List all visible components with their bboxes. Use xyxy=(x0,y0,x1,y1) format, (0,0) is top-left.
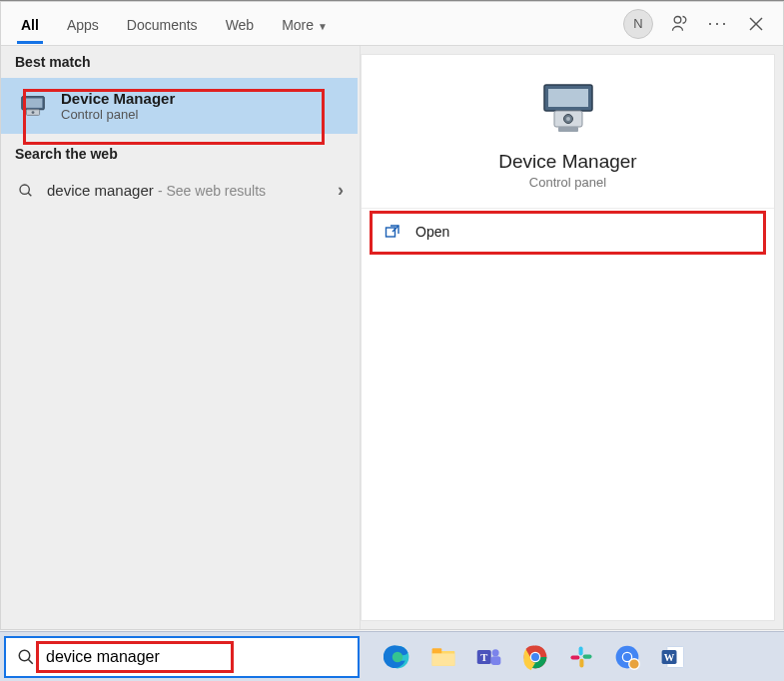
file-explorer-icon[interactable] xyxy=(423,637,463,677)
word-icon[interactable]: W xyxy=(653,637,693,677)
tab-more[interactable]: More▼ xyxy=(268,5,342,43)
best-match-title: Device Manager xyxy=(61,90,175,107)
results-panel: Best match Device Manager Control panel … xyxy=(1,46,361,629)
taskbar-apps: T W xyxy=(364,637,693,677)
close-icon[interactable] xyxy=(745,13,767,35)
tab-web[interactable]: Web xyxy=(212,5,269,43)
taskbar-search[interactable] xyxy=(4,636,360,678)
svg-rect-15 xyxy=(387,228,395,237)
slack-icon[interactable] xyxy=(561,637,601,677)
tab-apps[interactable]: Apps xyxy=(53,5,113,43)
svg-rect-4 xyxy=(24,99,43,108)
svg-point-37 xyxy=(629,658,640,669)
open-action[interactable]: Open xyxy=(362,209,774,255)
svg-rect-31 xyxy=(583,654,592,658)
search-web-result[interactable]: device manager - See web results › xyxy=(1,170,360,211)
svg-rect-32 xyxy=(579,658,583,667)
search-web-hint: - See web results xyxy=(158,183,266,199)
search-icon xyxy=(16,647,36,667)
edge-icon[interactable] xyxy=(378,637,417,677)
open-icon xyxy=(384,223,401,241)
search-web-text: device manager - See web results xyxy=(47,182,326,199)
details-title: Device Manager xyxy=(498,151,636,173)
best-match-subtitle: Control panel xyxy=(61,107,175,122)
search-icon xyxy=(17,182,35,200)
svg-point-19 xyxy=(392,651,403,662)
details-subtitle: Control panel xyxy=(529,175,606,190)
svg-rect-21 xyxy=(432,648,442,653)
best-match-result[interactable]: Device Manager Control panel xyxy=(1,78,358,134)
search-tab-bar: All Apps Documents Web More▼ N ··· xyxy=(1,2,783,46)
svg-rect-22 xyxy=(432,653,455,665)
teams-icon[interactable]: T xyxy=(469,637,509,677)
best-match-header: Best match xyxy=(1,46,360,78)
svg-point-25 xyxy=(492,649,499,656)
svg-point-7 xyxy=(20,185,29,194)
svg-rect-14 xyxy=(558,127,578,132)
svg-text:W: W xyxy=(664,651,675,662)
svg-line-8 xyxy=(28,193,31,196)
details-panel: Device Manager Control panel Open xyxy=(361,54,775,621)
device-manager-large-icon xyxy=(535,79,601,137)
search-web-query: device manager xyxy=(47,182,154,199)
open-label: Open xyxy=(415,224,449,240)
search-input[interactable] xyxy=(46,638,358,676)
chevron-right-icon: › xyxy=(338,180,344,201)
chevron-down-icon: ▼ xyxy=(318,21,328,32)
svg-point-13 xyxy=(566,117,570,121)
tab-documents[interactable]: Documents xyxy=(113,5,212,43)
user-avatar[interactable]: N xyxy=(623,9,653,39)
svg-text:T: T xyxy=(480,651,487,662)
svg-point-6 xyxy=(32,111,35,114)
svg-rect-26 xyxy=(491,656,501,665)
svg-rect-10 xyxy=(548,89,588,107)
svg-point-0 xyxy=(674,16,681,23)
search-web-header: Search the web xyxy=(1,138,360,170)
device-manager-icon xyxy=(17,90,49,122)
taskbar: T W xyxy=(0,631,784,681)
svg-point-36 xyxy=(623,652,631,660)
svg-line-17 xyxy=(28,659,33,664)
tabs: All Apps Documents Web More▼ xyxy=(7,5,342,43)
more-options-icon[interactable]: ··· xyxy=(707,13,729,35)
tab-more-label: More xyxy=(282,17,314,33)
svg-rect-33 xyxy=(570,655,579,659)
svg-rect-30 xyxy=(579,646,583,655)
tab-all[interactable]: All xyxy=(7,5,53,43)
chrome-icon[interactable] xyxy=(515,637,555,677)
chrome-profile-icon[interactable] xyxy=(607,637,647,677)
reward-icon[interactable] xyxy=(669,13,691,35)
svg-point-16 xyxy=(19,650,30,661)
svg-point-29 xyxy=(531,652,539,660)
